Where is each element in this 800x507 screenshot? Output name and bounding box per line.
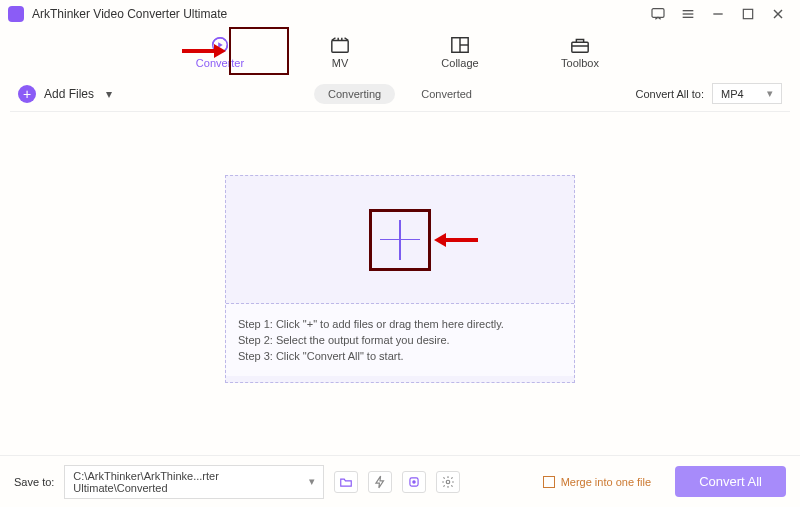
drop-area: Step 1: Click "+" to add files or drag t… (225, 175, 575, 383)
svg-rect-5 (743, 9, 752, 18)
hardware-accel-button[interactable] (368, 471, 392, 493)
chevron-down-icon: ▾ (309, 475, 315, 488)
tab-collage[interactable]: Collage (430, 29, 490, 75)
menu-icon[interactable] (680, 6, 696, 22)
step-3: Step 3: Click "Convert All" to start. (238, 350, 562, 362)
app-logo (8, 6, 24, 22)
tab-collage-label: Collage (441, 57, 478, 69)
output-format-select[interactable]: MP4 ▾ (712, 83, 782, 104)
tab-mv[interactable]: MV (310, 29, 370, 75)
convert-all-button[interactable]: Convert All (675, 466, 786, 497)
tab-mv-label: MV (332, 57, 349, 69)
tab-toolbox[interactable]: Toolbox (550, 29, 610, 75)
merge-label: Merge into one file (561, 476, 652, 488)
close-button[interactable] (770, 6, 786, 22)
merge-checkbox[interactable]: Merge into one file (543, 476, 652, 488)
app-title: ArkThinker Video Converter Ultimate (32, 7, 650, 21)
save-path-select[interactable]: C:\ArkThinker\ArkThinke...rter Ultimate\… (64, 465, 324, 499)
convert-all-to: Convert All to: MP4 ▾ (636, 83, 782, 104)
settings-button[interactable] (436, 471, 460, 493)
svg-rect-10 (332, 40, 348, 52)
svg-rect-14 (572, 42, 588, 52)
open-folder-button[interactable] (334, 471, 358, 493)
high-speed-button[interactable] (402, 471, 426, 493)
instruction-steps: Step 1: Click "+" to add files or drag t… (226, 304, 574, 376)
plus-icon: + (18, 85, 36, 103)
save-to-label: Save to: (14, 476, 54, 488)
tab-converter-label: Converter (196, 57, 244, 69)
toolbar: + Add Files ▾ Converting Converted Conve… (10, 76, 790, 112)
svg-point-16 (413, 480, 415, 482)
mv-icon (329, 35, 351, 55)
add-files-label: Add Files (44, 87, 94, 101)
toolbox-icon (569, 35, 591, 55)
maximize-button[interactable] (740, 6, 756, 22)
bottom-bar: Save to: C:\ArkThinker\ArkThinke...rter … (0, 455, 800, 507)
tab-converted[interactable]: Converted (407, 84, 486, 104)
svg-rect-0 (652, 9, 664, 18)
add-files-plus[interactable] (372, 212, 428, 268)
svg-point-17 (447, 480, 451, 484)
top-nav: Converter MV Collage Toolbox (0, 28, 800, 76)
svg-marker-9 (218, 42, 223, 48)
convert-all-to-label: Convert All to: (636, 88, 704, 100)
output-format-value: MP4 (721, 88, 744, 100)
save-path-value: C:\ArkThinker\ArkThinke...rter Ultimate\… (73, 470, 309, 494)
converter-icon (209, 35, 231, 55)
chevron-down-icon: ▾ (106, 87, 112, 101)
step-2: Step 2: Select the output format you des… (238, 334, 562, 346)
checkbox-icon (543, 476, 555, 488)
collage-icon (449, 35, 471, 55)
tab-toolbox-label: Toolbox (561, 57, 599, 69)
titlebar: ArkThinker Video Converter Ultimate (0, 0, 800, 28)
drop-zone[interactable] (226, 176, 574, 304)
window-controls (650, 6, 792, 22)
step-1: Step 1: Click "+" to add files or drag t… (238, 318, 562, 330)
tab-converting[interactable]: Converting (314, 84, 395, 104)
tab-converter[interactable]: Converter (190, 29, 250, 75)
add-files-button[interactable]: + Add Files ▾ (18, 85, 112, 103)
minimize-button[interactable] (710, 6, 726, 22)
status-tabs: Converting Converted (314, 84, 486, 104)
feedback-icon[interactable] (650, 6, 666, 22)
chevron-down-icon: ▾ (767, 87, 773, 100)
